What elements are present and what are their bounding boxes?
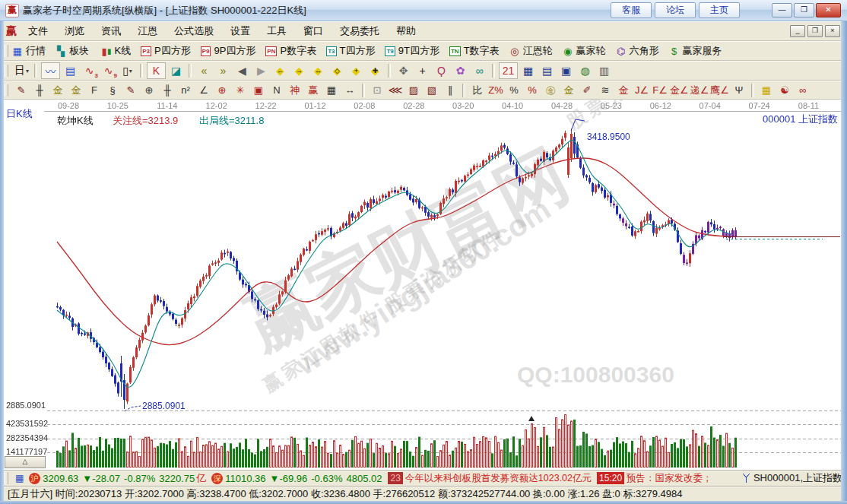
- tool-nav-next[interactable]: ▶: [252, 63, 270, 78]
- tool-f-grid[interactable]: F: [86, 83, 103, 97]
- tool-mark-flower[interactable]: ✿: [452, 63, 469, 78]
- tool-f-angle[interactable]: F∠: [652, 83, 668, 97]
- tool-calculator[interactable]: ▦: [519, 63, 537, 78]
- tool-gold-circle[interactable]: ㊎: [542, 83, 559, 97]
- indicator-label[interactable]: 乾坤K线: [57, 114, 94, 128]
- tool-box-red[interactable]: ▣: [250, 83, 267, 97]
- tool-fan-lines[interactable]: ⋘: [387, 83, 404, 97]
- menu-item-settings[interactable]: 设置: [222, 24, 259, 38]
- tool-grid-123[interactable]: ▦: [323, 83, 340, 97]
- tool-dual-k[interactable]: K: [147, 62, 166, 79]
- menu-item-file[interactable]: 文件: [20, 24, 56, 38]
- toolbar-p9-square[interactable]: P99P四方形: [201, 44, 256, 58]
- toolbar-winner-wheel[interactable]: ◉赢家轮: [563, 44, 606, 58]
- tool-gann-left[interactable]: ◆←: [271, 63, 289, 78]
- tool-color-kline[interactable]: ◪: [167, 63, 185, 78]
- news-ticker-2[interactable]: 预告：国家发改委；: [627, 472, 712, 485]
- minimize-button[interactable]: —: [772, 3, 792, 17]
- kline-canvas[interactable]: [0, 100, 847, 470]
- tool-grid-gold[interactable]: ▦: [758, 83, 775, 97]
- tool-h-span[interactable]: ↔: [341, 83, 358, 97]
- toolbar-kline[interactable]: ▮▮K线: [99, 44, 131, 58]
- toolbar-t9-square[interactable]: T99T四方形: [385, 44, 439, 58]
- tool-gold-red[interactable]: 金: [615, 83, 632, 97]
- menu-item-formula-pick[interactable]: 公式选股: [166, 24, 222, 38]
- tool-circle-cross[interactable]: ⊕: [141, 83, 157, 97]
- tool-gold-lines[interactable]: 金: [560, 83, 577, 97]
- toolbar-gann-wheel[interactable]: ◎江恩轮: [509, 44, 553, 58]
- tool-gann-right[interactable]: ◆→: [290, 63, 308, 78]
- mdi-minimize-button[interactable]: _: [790, 25, 805, 37]
- tool-ying[interactable]: 赢: [305, 83, 322, 97]
- menu-item-window[interactable]: 窗口: [295, 24, 332, 38]
- quotes-grid-icon[interactable]: ▦: [15, 473, 24, 483]
- mdi-close-button[interactable]: ×: [825, 25, 840, 37]
- sh-market-icon[interactable]: 沪: [29, 473, 40, 484]
- toolbar-t-number[interactable]: TNT数字表: [449, 44, 500, 58]
- menu-item-trade[interactable]: 交易委托: [332, 24, 388, 38]
- close-button[interactable]: ✕: [816, 3, 841, 17]
- tool-spiral[interactable]: §: [104, 83, 121, 97]
- tool-wave-arc[interactable]: ≋: [597, 83, 614, 97]
- toolbar-winner-service[interactable]: $赢家服务: [669, 44, 722, 58]
- tool-ruler-comb[interactable]: ╫: [159, 83, 176, 97]
- tool-send-stats[interactable]: ◍: [576, 63, 594, 78]
- quick-button-home[interactable]: 主页: [699, 2, 740, 18]
- tool-box-select[interactable]: ⊡: [369, 83, 385, 97]
- tool-angle-a[interactable]: ∠: [195, 83, 212, 97]
- quick-button-support[interactable]: 客服: [611, 2, 652, 18]
- tool-info-note[interactable]: ▤: [62, 63, 79, 78]
- toolbar-p-number[interactable]: PNP数字表: [265, 44, 316, 58]
- period-day-dropdown[interactable]: ▾: [26, 68, 29, 74]
- tool-target-red[interactable]: ⊕: [214, 83, 230, 97]
- menu-item-news[interactable]: 资讯: [93, 24, 129, 38]
- toolbar-p-square[interactable]: P3P四方形: [141, 44, 190, 58]
- toolbar-hexagon[interactable]: ⌬六角形: [616, 44, 659, 58]
- toolbar-t-square[interactable]: T3T四方形: [326, 44, 375, 58]
- menu-item-gann[interactable]: 江恩: [129, 24, 166, 38]
- tool-binoculars[interactable]: ∞: [471, 63, 488, 78]
- tool-gann-expand[interactable]: ◆◇: [328, 63, 346, 78]
- menu-item-help[interactable]: 帮助: [388, 24, 424, 38]
- tool-j-angle[interactable]: J∠: [633, 83, 650, 97]
- tool-wave-9[interactable]: ∿9: [100, 63, 117, 78]
- tool-fan-box[interactable]: ▨: [405, 83, 422, 97]
- tool-infinity[interactable]: ∞: [795, 83, 811, 97]
- toolbar-sectors[interactable]: ▚板块: [56, 44, 89, 58]
- tool-scale-list[interactable]: 比: [469, 83, 486, 97]
- tool-gold-grid[interactable]: 金: [49, 83, 66, 97]
- tool-taiji[interactable]: ☯: [776, 83, 793, 97]
- tool-grid-comb[interactable]: ╫: [31, 83, 48, 97]
- tool-psi[interactable]: Ψ: [731, 83, 747, 97]
- tool-shen[interactable]: 神: [287, 83, 303, 97]
- tool-pencil[interactable]: ✎: [13, 83, 30, 97]
- tool-percent[interactable]: %: [506, 83, 522, 97]
- maximize-button[interactable]: ❐: [794, 3, 814, 17]
- tool-star-red[interactable]: ✳: [232, 83, 249, 97]
- tool-fan-box-2[interactable]: ▧: [424, 83, 440, 97]
- tool-notepad[interactable]: ▤: [538, 63, 556, 78]
- tool-zen-chart[interactable]: 〰: [41, 62, 60, 79]
- tool-brush[interactable]: ✐: [579, 83, 595, 97]
- tool-crosshair[interactable]: +: [414, 63, 431, 78]
- tool-nav-prev[interactable]: ◀: [233, 63, 251, 78]
- toolbar-grip[interactable]: [5, 65, 8, 77]
- tool-di-angle[interactable]: 递∠: [690, 83, 709, 97]
- quick-button-forum[interactable]: 论坛: [655, 2, 696, 18]
- tool-zoom-tool[interactable]: Ϙ: [433, 63, 450, 78]
- tool-gold-grid-2[interactable]: 金: [68, 83, 84, 97]
- menu-item-browse[interactable]: 浏览: [56, 24, 93, 38]
- tool-print[interactable]: ▥: [595, 63, 613, 78]
- toolbar-grip[interactable]: [5, 45, 8, 57]
- toolbar-quotes[interactable]: ▦行情: [12, 44, 46, 58]
- tool-save[interactable]: ▣: [557, 63, 575, 78]
- tool-parallel-lines[interactable]: ∥: [442, 83, 458, 97]
- mdi-restore-button[interactable]: ❐: [807, 25, 823, 37]
- tool-nav-last[interactable]: »: [214, 63, 232, 78]
- tool-n-mark[interactable]: Ν: [268, 83, 285, 97]
- tool-percent-line[interactable]: %: [524, 83, 541, 97]
- tool-wave-3[interactable]: ∿3: [81, 63, 98, 78]
- tool-nav-first[interactable]: «: [195, 63, 213, 78]
- tool-period-day[interactable]: 日▾: [13, 63, 30, 78]
- tool-n-squared[interactable]: n²: [177, 83, 194, 97]
